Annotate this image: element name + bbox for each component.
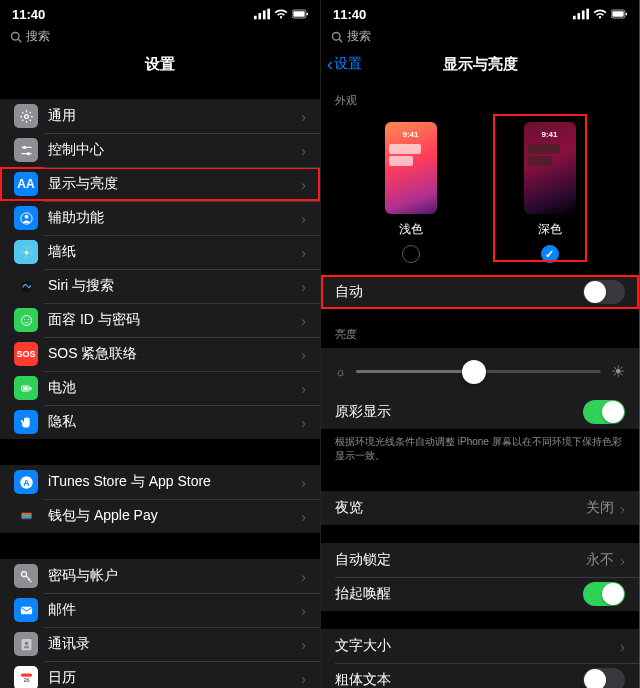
chevron-right-icon: › (301, 346, 306, 363)
svg-rect-35 (20, 606, 31, 614)
raise-wake-toggle[interactable] (583, 582, 625, 606)
display-icon: AA (14, 172, 38, 196)
appearance-light[interactable]: 9:41 浅色 (385, 122, 437, 263)
night-shift-label: 夜览 (335, 499, 586, 517)
true-tone-note: 根据环境光线条件自动调整 iPhone 屏幕以在不同环境下保持色彩显示一致。 (321, 429, 639, 473)
siri-icon (14, 274, 38, 298)
row-siri[interactable]: Siri 与搜索› (0, 269, 320, 303)
auto-label: 自动 (335, 283, 583, 301)
svg-point-17 (24, 246, 28, 250)
row-faceid[interactable]: 面容 ID 与密码› (0, 303, 320, 337)
row-control-center[interactable]: 控制中心› (0, 133, 320, 167)
signal-icon (254, 6, 270, 22)
row-text-size[interactable]: 文字大小 › (321, 629, 639, 663)
row-wallet[interactable]: 钱包与 Apple Pay› (0, 499, 320, 533)
phone-left-settings: 11:40 搜索 设置 通用›控制中心›AA显示与亮度›辅助功能›墙纸›Siri… (0, 0, 320, 688)
row-accessibility[interactable]: 辅助功能› (0, 201, 320, 235)
phone-right-display: 11:40 搜索 ‹ 设置 显示与亮度 外观 9:41 浅色 (320, 0, 639, 688)
chevron-right-icon: › (301, 142, 306, 159)
row-raise-wake[interactable]: 抬起唤醒 (321, 577, 639, 611)
page-title: 设置 (145, 55, 175, 74)
row-sos[interactable]: SOSSOS 紧急联络› (0, 337, 320, 371)
appearance-header: 外观 (321, 81, 639, 114)
chevron-right-icon: › (301, 244, 306, 261)
nav-bar-right: ‹ 设置 显示与亮度 (321, 47, 639, 81)
auto-lock-value: 永不 (586, 551, 614, 569)
svg-point-13 (26, 152, 29, 155)
row-calendar[interactable]: 26日历› (0, 661, 320, 688)
sun-large-icon: ☀ (611, 362, 625, 381)
siri-label: Siri 与搜索 (48, 277, 301, 295)
row-mail[interactable]: 邮件› (0, 593, 320, 627)
signal-icon (573, 6, 589, 22)
svg-line-49 (339, 39, 342, 42)
back-button[interactable]: ‹ 设置 (327, 55, 362, 73)
svg-point-22 (21, 315, 31, 325)
auto-lock-label: 自动锁定 (335, 551, 586, 569)
row-general[interactable]: 通用› (0, 99, 320, 133)
back-label: 设置 (334, 55, 362, 73)
svg-rect-5 (293, 11, 304, 16)
light-radio[interactable] (402, 245, 420, 263)
row-contacts[interactable]: 通讯录› (0, 627, 320, 661)
svg-point-34 (21, 571, 26, 576)
battery-icon (611, 6, 627, 22)
svg-text:A: A (23, 477, 30, 487)
svg-point-24 (27, 318, 28, 319)
light-label: 浅色 (399, 221, 423, 238)
auto-toggle[interactable] (583, 280, 625, 304)
chevron-right-icon: › (301, 636, 306, 653)
light-thumb: 9:41 (385, 122, 437, 214)
status-time: 11:40 (12, 7, 45, 22)
row-true-tone[interactable]: 原彩显示 (321, 395, 639, 429)
search-row[interactable]: 搜索 (0, 28, 320, 47)
chevron-right-icon: › (301, 602, 306, 619)
chevron-right-icon: › (301, 312, 306, 329)
appearance-dark[interactable]: 9:41 深色 (524, 122, 576, 263)
dark-radio[interactable] (541, 245, 559, 263)
accessibility-label: 辅助功能 (48, 209, 301, 227)
bold-text-toggle[interactable] (583, 668, 625, 688)
true-tone-toggle[interactable] (583, 400, 625, 424)
chevron-right-icon: › (301, 176, 306, 193)
status-indicators (254, 6, 308, 22)
row-passwords[interactable]: 密码与帐户› (0, 559, 320, 593)
row-privacy[interactable]: 隐私› (0, 405, 320, 439)
general-label: 通用 (48, 107, 301, 125)
search-label: 搜索 (26, 28, 50, 45)
chevron-right-icon: › (301, 278, 306, 295)
row-auto[interactable]: 自动 (321, 275, 639, 309)
brightness-row: ☼ ☀ (321, 348, 639, 395)
row-night-shift[interactable]: 夜览 关闭 › (321, 491, 639, 525)
brightness-slider[interactable] (356, 370, 601, 373)
privacy-label: 隐私 (48, 413, 301, 431)
row-wallpaper[interactable]: 墙纸› (0, 235, 320, 269)
row-auto-lock[interactable]: 自动锁定 永不 › (321, 543, 639, 577)
display-settings[interactable]: 外观 9:41 浅色 9:41 深色 自动 (321, 81, 639, 688)
search-label: 搜索 (347, 28, 371, 45)
privacy-icon (14, 410, 38, 434)
faceid-icon (14, 308, 38, 332)
search-row[interactable]: 搜索 (321, 28, 639, 47)
calendar-label: 日历 (48, 669, 301, 687)
chevron-right-icon: › (301, 210, 306, 227)
status-bar: 11:40 (321, 0, 639, 28)
slider-thumb[interactable] (462, 360, 486, 384)
svg-point-9 (24, 114, 28, 118)
text-size-label: 文字大小 (335, 637, 620, 655)
svg-rect-3 (267, 9, 270, 20)
row-battery[interactable]: 电池› (0, 371, 320, 405)
row-display[interactable]: AA显示与亮度› (0, 167, 320, 201)
svg-point-15 (24, 214, 28, 218)
accessibility-icon (14, 206, 38, 230)
raise-wake-label: 抬起唤醒 (335, 585, 583, 603)
brightness-header: 亮度 (321, 309, 639, 348)
svg-rect-2 (263, 10, 266, 19)
night-shift-value: 关闭 (586, 499, 614, 517)
svg-rect-6 (307, 13, 308, 16)
row-bold-text[interactable]: 粗体文本 (321, 663, 639, 688)
battery-icon (292, 6, 308, 22)
row-itunes[interactable]: AiTunes Store 与 App Store› (0, 465, 320, 499)
page-title: 显示与亮度 (443, 55, 518, 74)
settings-list[interactable]: 通用›控制中心›AA显示与亮度›辅助功能›墙纸›Siri 与搜索›面容 ID 与… (0, 81, 320, 688)
